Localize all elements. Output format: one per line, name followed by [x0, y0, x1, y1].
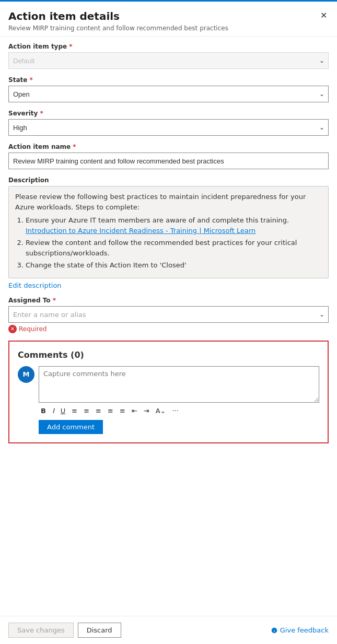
- underline-button[interactable]: U: [59, 406, 68, 416]
- action-item-type-label: Action item type *: [8, 43, 329, 50]
- align-left-button[interactable]: ≡: [69, 406, 79, 416]
- severity-label: Severity *: [8, 110, 329, 117]
- bullets-button[interactable]: ≡: [82, 406, 91, 416]
- description-steps: Ensure your Azure IT team members are aw…: [15, 215, 322, 271]
- panel-footer: Save changes Discard Give feedback: [0, 616, 337, 644]
- state-select[interactable]: Open Closed In Progress: [8, 86, 329, 102]
- close-button[interactable]: ✕: [316, 8, 331, 22]
- description-label: Description: [8, 177, 329, 184]
- user-avatar: M: [18, 366, 34, 383]
- action-item-name-field: Action item name *: [8, 143, 329, 169]
- comment-input-row: M: [18, 366, 319, 403]
- panel-title: Action item details: [8, 10, 329, 22]
- state-wrapper: Open Closed In Progress ⌄: [8, 86, 329, 102]
- description-step-2: Review the content and follow the recomm…: [26, 238, 322, 258]
- description-content: Please review the following best practic…: [8, 186, 329, 278]
- severity-select[interactable]: High Medium Low: [8, 119, 329, 136]
- error-icon: ✕: [8, 325, 17, 333]
- action-item-type-wrapper: Default ⌄: [8, 52, 329, 69]
- error-text: Required: [19, 325, 47, 333]
- action-item-name-label: Action item name *: [8, 143, 329, 150]
- required-error: ✕ Required: [8, 325, 329, 333]
- comments-section: Comments (0) M B I U ≡ ≡ ≡ ≡ ≡ ⇤ ⇥ A⌄ ··…: [8, 341, 329, 443]
- action-item-type-field: Action item type * Default ⌄: [8, 43, 329, 69]
- add-comment-button[interactable]: Add comment: [39, 420, 103, 434]
- indent-decrease-button[interactable]: ⇤: [130, 406, 140, 416]
- more-options-button[interactable]: ···: [170, 406, 180, 416]
- state-field: State * Open Closed In Progress ⌄: [8, 76, 329, 102]
- align-center-button[interactable]: ≡: [94, 406, 103, 416]
- comment-textarea[interactable]: [39, 366, 319, 403]
- italic-button[interactable]: I: [50, 406, 56, 416]
- description-field: Description Please review the following …: [8, 177, 329, 289]
- give-feedback-link[interactable]: Give feedback: [271, 626, 329, 634]
- bold-button[interactable]: B: [39, 406, 48, 416]
- action-item-type-select[interactable]: Default: [8, 52, 329, 69]
- panel-body: Action item type * Default ⌄ State * Ope…: [0, 37, 337, 616]
- comment-toolbar: B I U ≡ ≡ ≡ ≡ ≡ ⇤ ⇥ A⌄ ···: [39, 406, 319, 416]
- description-intro: Please review the following best practic…: [15, 193, 306, 211]
- font-size-button[interactable]: A⌄: [154, 406, 168, 416]
- justify-button[interactable]: ≡: [118, 406, 127, 416]
- action-item-name-input[interactable]: [8, 153, 329, 169]
- indent-increase-button[interactable]: ⇥: [142, 406, 152, 416]
- discard-button[interactable]: Discard: [78, 623, 121, 638]
- assigned-to-select[interactable]: [8, 306, 329, 323]
- action-item-details-panel: Action item details Review MIRP training…: [0, 0, 337, 644]
- align-right-button[interactable]: ≡: [106, 406, 115, 416]
- description-step-1: Ensure your Azure IT team members are aw…: [26, 215, 322, 236]
- state-label: State *: [8, 76, 329, 84]
- description-step-3: Change the state of this Action Item to …: [26, 260, 322, 271]
- severity-wrapper: High Medium Low ⌄: [8, 119, 329, 136]
- assigned-to-field: Assigned To * ⌄ Enter a name or alias ✕ …: [8, 297, 329, 333]
- comments-title: Comments (0): [18, 350, 319, 360]
- feedback-label: Give feedback: [280, 626, 329, 634]
- feedback-icon: [271, 627, 278, 634]
- panel-subtitle: Review MIRP training content and follow …: [8, 25, 329, 32]
- panel-header: Action item details Review MIRP training…: [0, 2, 337, 37]
- save-changes-button[interactable]: Save changes: [8, 623, 74, 638]
- edit-description-link[interactable]: Edit description: [8, 282, 62, 289]
- training-link[interactable]: Introduction to Azure Incident Readiness…: [26, 227, 255, 235]
- assigned-to-label: Assigned To *: [8, 297, 329, 304]
- severity-field: Severity * High Medium Low ⌄: [8, 110, 329, 136]
- assigned-to-wrapper: ⌄ Enter a name or alias: [8, 306, 329, 323]
